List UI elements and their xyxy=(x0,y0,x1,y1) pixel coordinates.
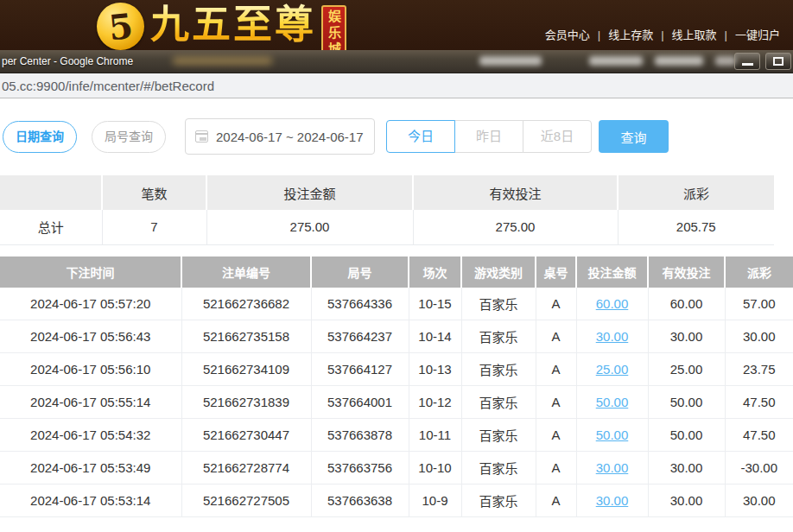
filter-yesterday-button[interactable]: 昨日 xyxy=(454,120,523,153)
nav-item-3[interactable]: 一键归户 xyxy=(735,28,780,41)
cell-payout: 23.75 xyxy=(725,353,793,386)
cell-round-id: 537663756 xyxy=(311,452,409,484)
minimize-icon xyxy=(742,63,753,66)
window-titlebar: per Center - Google Chrome xyxy=(0,50,793,73)
table-row: 2024-06-17 05:56:10 521662734109 5376641… xyxy=(0,353,793,386)
cell-bet-time: 2024-06-17 05:54:32 xyxy=(0,419,181,452)
cell-session: 10-9 xyxy=(409,484,461,517)
cell-valid-bet: 25.00 xyxy=(648,353,725,386)
cell-table-no: A xyxy=(536,386,576,419)
tab-round-query[interactable]: 局号查询 xyxy=(92,121,166,153)
window-controls xyxy=(734,53,791,70)
col-table-no: 桌号 xyxy=(536,256,576,288)
address-bar[interactable]: 05.cc:9900/infe/mcenter/#/betRecord xyxy=(0,73,793,98)
cell-payout: 30.00 xyxy=(725,320,793,353)
blurred-user-info xyxy=(715,56,736,66)
cell-bet-time: 2024-06-17 05:53:14 xyxy=(0,484,181,517)
cell-round-id: 537664237 xyxy=(311,320,409,353)
brand-badge: 娱乐城 xyxy=(321,5,346,50)
filter-today-button[interactable]: 今日 xyxy=(386,120,455,153)
cell-round-id: 537663638 xyxy=(311,484,409,517)
cell-session: 10-12 xyxy=(409,386,461,419)
cell-valid-bet: 50.00 xyxy=(648,419,725,452)
site-header: 5 九五至尊 娱乐城 会员中心|线上存款|线上取款|一键归户 xyxy=(0,0,793,50)
bet-amount-link[interactable]: 60.00 xyxy=(596,296,629,311)
table-row: 2024-06-17 05:53:14 521662727505 5376636… xyxy=(0,484,793,517)
cell-game-type: 百家乐 xyxy=(461,288,536,320)
search-button[interactable]: 查询 xyxy=(599,120,669,153)
cell-bet-time: 2024-06-17 05:56:10 xyxy=(0,353,181,386)
cell-payout: 47.50 xyxy=(725,386,793,419)
cell-game-type: 百家乐 xyxy=(461,353,536,386)
cell-game-type: 百家乐 xyxy=(461,452,536,484)
cell-order-id: 521662731839 xyxy=(181,386,311,419)
col-bet-amount: 投注金额 xyxy=(576,256,648,288)
cell-bet-amount: 60.00 xyxy=(576,288,648,320)
nav-item-1[interactable]: 线上存款 xyxy=(608,28,653,41)
cell-bet-time: 2024-06-17 05:56:43 xyxy=(0,320,181,353)
bet-amount-link[interactable]: 50.00 xyxy=(596,395,629,409)
cell-valid-bet: 30.00 xyxy=(648,320,725,353)
cell-order-id: 521662727505 xyxy=(181,484,311,517)
bet-amount-link[interactable]: 30.00 xyxy=(596,460,629,475)
cell-game-type: 百家乐 xyxy=(461,419,536,452)
cell-table-no: A xyxy=(536,320,576,353)
quick-filter-group: 今日 昨日 近8日 xyxy=(386,120,592,153)
table-row: 2024-06-17 05:55:14 521662731839 5376640… xyxy=(0,386,793,419)
bet-record-table: 下注时间 注单编号 局号 场次 游戏类别 桌号 投注金额 有效投注 派彩 202… xyxy=(0,256,793,518)
summary-header-count: 笔数 xyxy=(102,175,206,210)
maximize-button[interactable] xyxy=(765,53,791,70)
bet-table-header-row: 下注时间 注单编号 局号 场次 游戏类别 桌号 投注金额 有效投注 派彩 xyxy=(0,256,793,288)
nav-item-0[interactable]: 会员中心 xyxy=(545,28,590,41)
logo-coin-glyph: 5 xyxy=(107,8,135,45)
brand-title: 九五至尊 xyxy=(150,1,316,49)
cell-round-id: 537664001 xyxy=(311,386,409,419)
cell-bet-amount: 50.00 xyxy=(576,386,648,419)
window-title: per Center - Google Chrome xyxy=(2,55,133,67)
address-url: 05.cc:9900/infe/mcenter/#/betRecord xyxy=(2,79,214,93)
table-row: 2024-06-17 05:56:43 521662735158 5376642… xyxy=(0,320,793,353)
blurred-user-info xyxy=(479,56,542,66)
nav-item-2[interactable]: 线上取款 xyxy=(672,28,717,41)
cell-game-type: 百家乐 xyxy=(461,484,536,517)
summary-header-payout: 派彩 xyxy=(618,175,774,210)
cell-bet-amount: 50.00 xyxy=(576,419,648,452)
cell-bet-amount: 30.00 xyxy=(576,452,648,484)
site-logo: 5 九五至尊 娱乐城 xyxy=(97,1,346,50)
cell-payout: 57.00 xyxy=(725,288,793,320)
maximize-icon xyxy=(773,57,783,66)
blurred-user-info xyxy=(589,56,643,66)
cell-valid-bet: 50.00 xyxy=(648,386,725,419)
bet-amount-link[interactable]: 30.00 xyxy=(596,493,629,508)
cell-bet-time: 2024-06-17 05:57:20 xyxy=(0,288,181,320)
cell-bet-time: 2024-06-17 05:55:14 xyxy=(0,386,181,419)
cell-order-id: 521662735158 xyxy=(181,320,311,353)
calendar-icon xyxy=(195,130,208,142)
query-toolbar: 日期查询 局号查询 2024-06-17 ~ 2024-06-17 今日 昨日 … xyxy=(0,118,793,155)
summary-header-row: 笔数 投注金额 有效投注 派彩 xyxy=(0,175,774,210)
filter-last8days-button[interactable]: 近8日 xyxy=(523,120,592,153)
bet-amount-link[interactable]: 50.00 xyxy=(596,428,629,442)
page-content: 日期查询 局号查询 2024-06-17 ~ 2024-06-17 今日 昨日 … xyxy=(0,118,793,517)
col-valid-bet: 有效投注 xyxy=(648,256,725,288)
nav-separator: | xyxy=(725,28,727,41)
cell-table-no: A xyxy=(536,353,576,386)
tab-date-query[interactable]: 日期查询 xyxy=(3,121,77,153)
nav-separator: | xyxy=(598,28,600,41)
cell-payout: 30.00 xyxy=(725,484,793,517)
cell-order-id: 521662730447 xyxy=(181,419,311,452)
summary-header-valid-bet: 有效投注 xyxy=(413,175,618,210)
summary-total-valid-bet: 275.00 xyxy=(413,210,618,244)
minimize-button[interactable] xyxy=(734,53,760,70)
summary-total-label: 总计 xyxy=(0,210,102,244)
cell-round-id: 537664127 xyxy=(311,353,409,386)
col-round-id: 局号 xyxy=(311,256,409,288)
bet-amount-link[interactable]: 25.00 xyxy=(596,362,629,377)
bet-amount-link[interactable]: 30.00 xyxy=(596,329,629,344)
blurred-decoration xyxy=(173,57,272,65)
cell-session: 10-15 xyxy=(409,288,461,320)
top-nav: 会员中心|线上存款|线上取款|一键归户 xyxy=(537,26,788,42)
date-range-input[interactable]: 2024-06-17 ~ 2024-06-17 xyxy=(185,118,375,155)
col-game-type: 游戏类别 xyxy=(461,256,536,288)
logo-coin-icon: 5 xyxy=(97,3,144,50)
